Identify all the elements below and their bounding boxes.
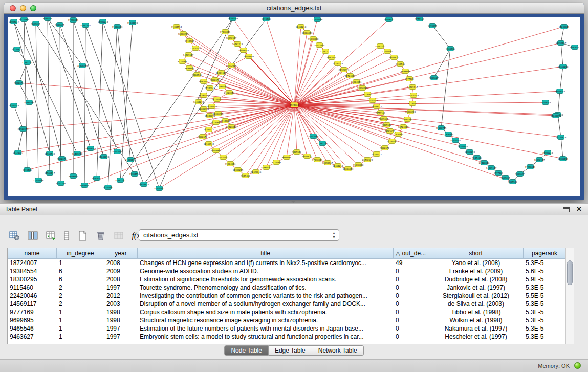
table-cell[interactable]: 1 [57, 333, 104, 341]
table-cell[interactable]: 2008 [104, 259, 138, 267]
table-row[interactable]: 1830029562008Estimation of significance … [8, 275, 574, 283]
table-cell[interactable]: Embryonic stem cells: a model to study s… [138, 333, 394, 341]
table-cell[interactable]: 9115460 [8, 283, 57, 292]
table-cell[interactable]: Franke et al. (2009) [428, 267, 524, 275]
tab-edge-table[interactable]: Edge Table [269, 345, 312, 356]
table-cell[interactable]: 5.5E-5 [524, 292, 566, 300]
table-row[interactable]: 1456911722003Disruption of a novel membe… [8, 300, 574, 308]
table-cell[interactable]: 1 [57, 324, 104, 333]
table-cell[interactable]: 2 [57, 283, 104, 292]
table-row[interactable]: 969969511998Structural magnetic resonanc… [8, 316, 574, 324]
column-header-3[interactable]: title [138, 248, 394, 259]
table-cell[interactable]: Estimation of significance thresholds fo… [138, 275, 394, 283]
panel-resize-grip[interactable] [291, 201, 296, 203]
table-cell[interactable]: Changes of HCN gene expression and I(f) … [138, 259, 394, 267]
table-cell[interactable]: Nakamura et al. (1997) [428, 324, 524, 333]
table-cell[interactable]: de Silva et al. (2003) [428, 300, 524, 308]
table-cell[interactable]: Estimation of the future numbers of pati… [138, 324, 394, 333]
table-cell[interactable]: Corpus callosum shape and size in male p… [138, 308, 394, 316]
table-cell[interactable]: Dudbridge et al. (2008) [428, 275, 524, 283]
table-cell[interactable]: 0 [394, 333, 428, 341]
table-cell[interactable]: 1 [57, 316, 104, 324]
column-header-1[interactable]: in_degree [57, 248, 104, 259]
table-cell[interactable]: Investigating the contribution of common… [138, 292, 394, 300]
table-cell[interactable]: Wolkin et al. (1998) [428, 316, 524, 324]
table-cell[interactable]: 49 [394, 259, 428, 267]
show-columns-icon[interactable] [26, 229, 39, 243]
table-cell[interactable]: 2 [57, 300, 104, 308]
table-cell[interactable]: 5.3E-5 [524, 316, 566, 324]
column-header-4[interactable]: △ out_de... [394, 248, 428, 259]
table-cell[interactable]: 1 [57, 259, 104, 267]
table-cell[interactable]: 0 [394, 283, 428, 292]
table-options-icon[interactable] [7, 229, 21, 243]
table-cell[interactable]: Structural magnetic resonance image aver… [138, 316, 394, 324]
edit-columns-icon[interactable] [44, 229, 58, 243]
column-header-6[interactable]: pagerank [524, 248, 566, 259]
scrollbar-thumb[interactable] [567, 260, 573, 285]
table-cell[interactable]: 2003 [104, 300, 138, 308]
table-cell[interactable]: 1997 [104, 283, 138, 292]
table-cell[interactable]: 14569117 [8, 300, 57, 308]
table-cell[interactable]: 5.6E-5 [524, 267, 566, 275]
table-row[interactable]: 946554611997Estimation of the future num… [8, 324, 574, 333]
table-cell[interactable]: 19384554 [8, 267, 57, 275]
table-cell[interactable]: 2012 [104, 292, 138, 300]
table-cell[interactable]: Disruption of a novel member of a sodium… [138, 300, 394, 308]
table-cell[interactable]: 22420046 [8, 292, 57, 300]
table-row[interactable]: 977716911998Corpus callosum shape and si… [8, 308, 574, 316]
table-cell[interactable]: Tourette syndrome. Phenomenology and cla… [138, 283, 394, 292]
table-cell[interactable]: 5.3E-5 [524, 300, 566, 308]
table-cell[interactable]: Hescheler et al. (1997) [428, 333, 524, 341]
table-cell[interactable]: 18300295 [8, 275, 57, 283]
table-cell[interactable]: 1998 [104, 308, 138, 316]
table-cell[interactable]: 5.3E-5 [524, 283, 566, 292]
table-cell[interactable]: 1998 [104, 316, 138, 324]
network-canvas[interactable]: 1724004193845541830029591154602242004614… [8, 17, 580, 196]
table-cell[interactable]: 1997 [104, 333, 138, 341]
table-row[interactable]: 946362711997Embryonic stem cells: a mode… [8, 333, 574, 341]
table-cell[interactable]: 0 [394, 316, 428, 324]
import-table-icon[interactable] [112, 229, 126, 243]
table-cell[interactable]: 5.3E-5 [524, 259, 566, 267]
column-header-5[interactable]: short [428, 248, 524, 259]
table-cell[interactable]: 2008 [104, 275, 138, 283]
table-cell[interactable]: 6 [57, 267, 104, 275]
close-panel-icon[interactable]: ✕ [576, 205, 582, 213]
table-row[interactable]: 911546021997Tourette syndrome. Phenomeno… [8, 283, 574, 292]
create-table-icon[interactable] [75, 229, 89, 243]
table-cell[interactable]: Genome-wide association studies in ADHD. [138, 267, 394, 275]
table-cell[interactable]: 1997 [104, 324, 138, 333]
table-cell[interactable]: 6 [57, 275, 104, 283]
table-cell[interactable]: 0 [394, 267, 428, 275]
table-cell[interactable]: Jankovic et al. (1997) [428, 283, 524, 292]
table-cell[interactable]: 5.3E-5 [524, 308, 566, 316]
table-cell[interactable]: 0 [394, 300, 428, 308]
table-cell[interactable]: 18724007 [8, 259, 57, 267]
table-cell[interactable]: 5.3E-5 [524, 333, 566, 341]
table-cell[interactable]: Stergiakouli et al. (2012) [428, 292, 524, 300]
table-cell[interactable]: 2 [57, 292, 104, 300]
table-row[interactable]: 1872400712008Changes of HCN gene express… [8, 259, 574, 267]
table-cell[interactable]: 9699695 [8, 316, 57, 324]
table-cell[interactable]: 0 [394, 275, 428, 283]
tab-network-table[interactable]: Network Table [312, 345, 364, 356]
network-graph[interactable]: 1724004193845541830029591154602242004614… [8, 17, 580, 196]
float-panel-icon[interactable] [563, 207, 570, 212]
tab-node-table[interactable]: Node Table [224, 345, 269, 356]
window-titlebar[interactable]: citations_edges.txt [4, 3, 584, 14]
table-cell[interactable]: 5.3E-5 [524, 324, 566, 333]
table-cell[interactable]: 0 [394, 324, 428, 333]
table-cell[interactable]: Yano et al. (2008) [428, 259, 524, 267]
table-cell[interactable]: 1 [57, 308, 104, 316]
table-row[interactable]: 1938455462009Genome-wide association stu… [8, 267, 574, 275]
table-row[interactable]: 2242004622012Investigating the contribut… [8, 292, 574, 300]
table-cell[interactable]: Tibbo et al. (1998) [428, 308, 524, 316]
table-cell[interactable]: 2009 [104, 267, 138, 275]
table-cell[interactable]: 9465546 [8, 324, 57, 333]
table-cell[interactable]: 5.9E-5 [524, 275, 566, 283]
column-header-2[interactable]: year [104, 248, 138, 259]
table-cell[interactable]: 0 [394, 292, 428, 300]
column-header-0[interactable]: name [8, 248, 57, 259]
delete-table-icon[interactable] [94, 229, 107, 243]
